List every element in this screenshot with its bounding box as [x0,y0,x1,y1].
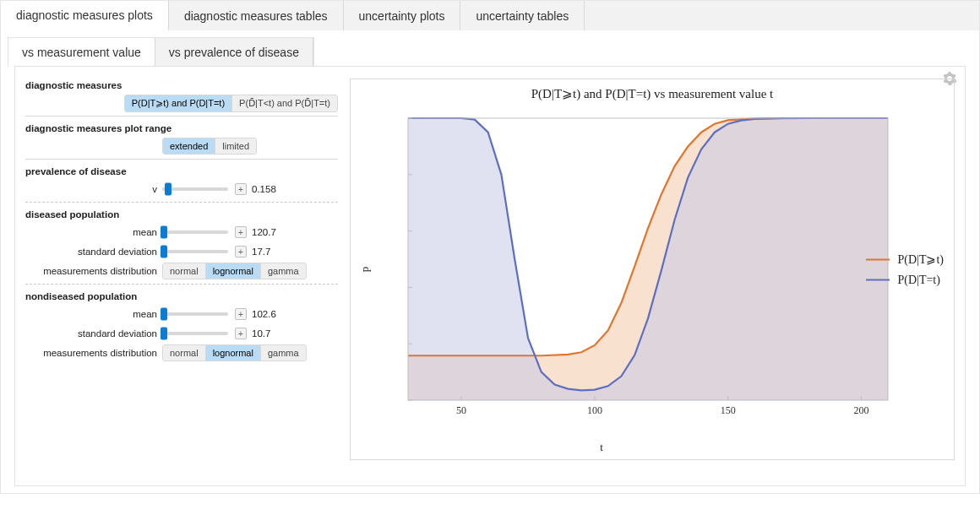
tab-label: uncertainty plots [359,9,445,23]
tab-vs-prevalence-of-disease[interactable]: vs prevalence of disease [155,38,313,66]
tabs-top: diagnostic measures plots diagnostic mea… [0,0,980,30]
section-title-diagnostic-measures: diagnostic measures [25,79,338,94]
tabs-sub-bar: vs measurement value vs prevalence of di… [0,30,980,494]
tabs-sub: vs measurement value vs prevalence of di… [8,37,314,66]
opt-label: gamma [268,266,299,276]
legend-swatch [866,279,890,281]
value-prevalence: 0.158 [252,184,276,194]
plus-icon[interactable]: + [235,328,247,339]
opt-dis-lognormal[interactable]: lognormal [206,263,261,279]
svg-text:50: 50 [456,404,466,416]
label-non-sd: standard deviation [25,328,162,339]
opt-label: extended [170,141,208,151]
opt-dis-gamma[interactable]: gamma [261,263,306,279]
slider-dis-mean[interactable] [162,230,228,234]
tab-uncertainty-tables[interactable]: uncertainty tables [460,1,585,30]
slider-thumb[interactable] [161,308,167,321]
legend-label: P(D|T=t) [898,274,940,287]
section-title-nondiseased: nondiseased population [25,290,338,305]
controls-column: diagnostic measures P(D|T⩾t) and P(D|T=t… [25,75,338,482]
setter-non-dist: normal lognormal gamma [162,344,307,361]
opt-limited[interactable]: limited [215,138,256,154]
opt-label: limited [222,141,249,151]
legend-entry-orange: P(D|T⩾t) [866,252,944,267]
slider-prevalence[interactable] [162,187,228,191]
opt-label: lognormal [213,266,253,276]
slider-non-sd[interactable] [162,332,228,335]
chart-plot: 0.00.20.40.60.81.050100150200 [403,113,893,426]
label-dis-sd: standard deviation [25,247,162,257]
opt-pd-tge[interactable]: P(D|T⩾t) and P(D|T=t) [125,95,232,111]
legend-swatch [866,258,890,260]
opt-label: lognormal [213,348,253,358]
content-panel: diagnostic measures P(D|T⩾t) and P(D|T=t… [14,66,966,486]
axis-label-y: p [358,267,372,273]
value-non-mean: 102.6 [252,309,276,319]
tab-uncertainty-plots[interactable]: uncertainty plots [344,1,461,30]
tab-label: diagnostic measures tables [184,9,328,23]
tab-diagnostic-measures-plots[interactable]: diagnostic measures plots [1,1,169,30]
label-dis-dist: measurements distribution [25,266,162,276]
label-v: v [25,184,162,194]
slider-thumb[interactable] [161,246,167,258]
section-title-plot-range: diagnostic measures plot range [25,122,338,137]
setter-plot-range: extended limited [162,138,257,154]
chart-frame: P(D|T⩾t) and P(D|T=t) vs measurement val… [350,79,955,460]
opt-non-lognormal[interactable]: lognormal [206,345,261,360]
slider-thumb[interactable] [165,183,172,196]
plus-icon[interactable]: + [235,226,247,238]
label-non-dist: measurements distribution [25,348,162,358]
opt-non-gamma[interactable]: gamma [261,345,306,360]
label-non-mean: mean [25,309,162,319]
opt-dis-normal[interactable]: normal [163,263,206,279]
svg-text:150: 150 [721,404,736,416]
plus-icon[interactable]: + [235,246,247,258]
tab-label: uncertainty tables [476,9,569,23]
plus-icon[interactable]: + [235,308,247,320]
svg-text:200: 200 [853,404,868,416]
legend-label: P(D|T⩾t) [898,252,944,267]
value-non-sd: 10.7 [252,328,270,339]
chart-title: P(D|T⩾t) and P(D|T=t) vs measurement val… [351,79,954,101]
chart-legend: P(D|T⩾t) P(D|T=t) [866,246,944,294]
value-dis-mean: 120.7 [252,227,276,237]
legend-entry-blue: P(D|T=t) [866,274,944,287]
opt-label: gamma [268,348,299,358]
opt-label: normal [170,266,199,276]
slider-thumb[interactable] [161,226,167,239]
opt-non-normal[interactable]: normal [163,345,206,360]
setter-dis-dist: normal lognormal gamma [162,263,307,279]
opt-label: normal [170,348,199,358]
tab-label: vs measurement value [22,46,141,59]
label-dis-mean: mean [25,227,162,237]
tab-diagnostic-measures-tables[interactable]: diagnostic measures tables [169,1,344,30]
opt-label: P(D̄|T<t) and P(D̄|T=t) [239,98,330,108]
svg-text:100: 100 [587,404,602,416]
slider-thumb[interactable] [161,328,167,340]
opt-pdbar-tlt[interactable]: P(D̄|T<t) and P(D̄|T=t) [232,95,337,111]
section-title-diseased: diseased population [25,208,338,223]
tab-vs-measurement-value[interactable]: vs measurement value [8,38,155,66]
tab-label: vs prevalence of disease [169,46,299,59]
plus-icon[interactable]: + [235,183,247,195]
setter-diagnostic-measures: P(D|T⩾t) and P(D|T=t) P(D̄|T<t) and P(D̄… [124,95,338,112]
section-title-prevalence: prevalence of disease [25,165,338,180]
opt-label: P(D|T⩾t) and P(D|T=t) [132,98,225,108]
axis-label-x: t [351,441,852,454]
value-dis-sd: 17.7 [252,247,270,257]
tab-label: diagnostic measures plots [16,8,153,22]
slider-non-mean[interactable] [162,312,228,316]
opt-extended[interactable]: extended [163,138,215,154]
slider-dis-sd[interactable] [162,250,228,253]
